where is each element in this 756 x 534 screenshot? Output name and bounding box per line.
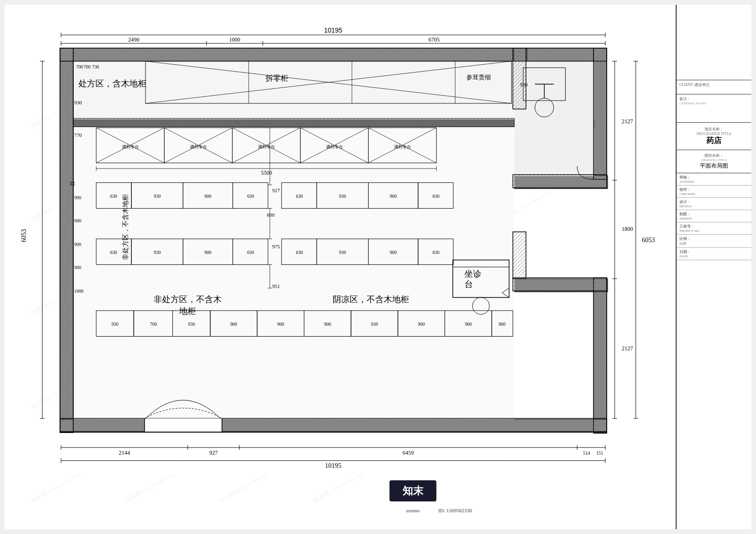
svg-text:930: 930	[339, 250, 346, 255]
svg-text:900: 900	[205, 250, 212, 255]
svg-text:930: 930	[154, 250, 161, 255]
svg-rect-65	[60, 418, 607, 432]
svg-text:900: 900	[74, 218, 81, 223]
svg-text:730: 730	[92, 64, 99, 69]
project-name-section: 项目名称： PROGRAMER TITLE 药店	[677, 123, 751, 150]
svg-text:非处方区，不含木: 非处方区，不含木	[154, 295, 222, 304]
notes-en-label: GENERAL NOTES	[679, 102, 748, 105]
drawing-area: 知末网www.znzmo.com 知末网www.znzmo.com 知末网www…	[5, 5, 676, 529]
svg-text:900: 900	[498, 322, 506, 327]
svg-text:台: 台	[464, 280, 473, 289]
svg-rect-51	[73, 127, 514, 420]
svg-text:900: 900	[324, 322, 331, 327]
svg-text:调剂专台: 调剂专台	[258, 144, 275, 149]
svg-text:930: 930	[371, 322, 378, 327]
svg-text:调剂专台: 调剂专台	[122, 144, 139, 149]
svg-text:700: 700	[150, 322, 157, 327]
notes-section: 备注： GENERAL NOTES	[677, 94, 751, 123]
svg-text:1000: 1000	[74, 288, 84, 294]
svg-text:ID: 1169562330: ID: 1169562330	[438, 508, 472, 513]
design-field: 设计： DESIGN	[677, 198, 751, 210]
svg-rect-64	[513, 278, 607, 291]
svg-text:2144: 2144	[119, 449, 130, 456]
svg-text:坐诊: 坐诊	[464, 269, 481, 279]
svg-text:930: 930	[188, 322, 195, 327]
svg-text:900: 900	[390, 194, 397, 199]
svg-text:630: 630	[432, 250, 439, 255]
svg-text:阴凉区，不含木地柜: 阴凉区，不含木地柜	[333, 295, 409, 304]
svg-text:930: 930	[520, 82, 528, 87]
svg-text:930: 930	[112, 322, 119, 327]
svg-text:514: 514	[583, 450, 590, 456]
svg-text:900: 900	[205, 194, 212, 199]
svg-rect-193	[145, 418, 222, 432]
svg-text:2490: 2490	[128, 36, 139, 43]
svg-text:927: 927	[209, 449, 218, 456]
svg-text:951: 951	[272, 283, 280, 289]
check-field: 校对： CHECKED	[677, 186, 751, 198]
svg-text:10195: 10195	[325, 462, 342, 469]
svg-rect-196	[513, 232, 526, 279]
project-name-cn-label: 项目名称：	[679, 127, 748, 132]
date-field: 日期： DATE	[677, 248, 751, 260]
svg-text:630: 630	[110, 194, 117, 199]
title-block-top-box	[677, 5, 751, 80]
svg-text:900: 900	[74, 242, 81, 247]
project-name-value: 药店	[679, 136, 748, 146]
svg-text:拆零柜: 拆零柜	[265, 74, 288, 82]
svg-text:2127: 2127	[622, 118, 633, 125]
svg-text:调剂专台: 调剂专台	[394, 144, 411, 149]
svg-text:900: 900	[465, 322, 472, 327]
svg-text:6459: 6459	[403, 449, 414, 456]
floor-plan-svg: 知末网www.znzmo.com 知末网www.znzmo.com 知末网www…	[5, 5, 676, 529]
svg-text:900: 900	[230, 322, 237, 327]
svg-text:927: 927	[272, 187, 280, 193]
svg-text:630: 630	[432, 194, 439, 199]
drawing-name-value: 平面布局图	[679, 162, 748, 170]
svg-text:630: 630	[296, 194, 303, 199]
svg-text:6705: 6705	[429, 36, 440, 43]
drawing-name-cn-label: 图纸名称：	[679, 153, 748, 158]
svg-text:930: 930	[154, 194, 161, 199]
svg-text:1800: 1800	[622, 226, 633, 232]
svg-text:目: 目	[69, 181, 75, 186]
svg-rect-62	[513, 175, 607, 188]
svg-text:630: 630	[110, 250, 117, 255]
drawing-name-en-label: DRAWING TITLE	[679, 158, 748, 162]
svg-rect-63	[593, 278, 607, 432]
svg-text:930: 930	[339, 194, 346, 199]
svg-text:151: 151	[596, 450, 603, 456]
title-block-fields: 审核： AUDITED 校对： CHECKED 设计： DESIGN 制图： D…	[677, 173, 751, 529]
svg-text:630: 630	[247, 250, 254, 255]
svg-rect-60	[593, 48, 607, 179]
project-no-field: 工程号： PROJECT NO.	[677, 222, 751, 235]
svg-text:调剂专台: 调剂专台	[190, 144, 207, 149]
scale-field: 比例： 比例	[677, 235, 751, 248]
client-section: CLIENT: 建设单位	[677, 80, 751, 94]
project-name-en-label: PROGRAMER TITLE	[679, 132, 748, 136]
svg-text:知末: 知末	[402, 485, 424, 497]
drawing-name-section: 图纸名称： DRAWING TITLE 平面布局图	[677, 150, 751, 173]
svg-text:6053: 6053	[20, 229, 27, 242]
svg-text:900: 900	[277, 322, 284, 327]
svg-text:6053: 6053	[642, 237, 655, 244]
client-label: CLIENT: 建设单位	[679, 82, 748, 87]
svg-text:900: 900	[418, 322, 425, 327]
svg-text:处方区，含木地柜: 处方区，含木地柜	[78, 79, 146, 88]
svg-text:700: 700	[76, 64, 83, 69]
svg-rect-66	[73, 119, 514, 127]
svg-text:1000: 1000	[229, 36, 241, 43]
title-block: CLIENT: 建设单位 备注： GENERAL NOTES 项目名称： PRO…	[676, 5, 751, 529]
svg-text:770: 770	[74, 132, 82, 138]
svg-text:znzmo: znzmo	[406, 508, 420, 513]
svg-text:非处方区，不含木地柜: 非处方区，不含木地柜	[122, 194, 129, 260]
svg-text:5500: 5500	[261, 170, 272, 176]
svg-text:630: 630	[247, 194, 254, 199]
audit-field: 审核： AUDITED	[677, 173, 751, 186]
svg-text:地柜: 地柜	[179, 306, 196, 316]
svg-text:10195: 10195	[324, 26, 343, 34]
svg-rect-57	[60, 48, 73, 432]
draw-field: 制图： DRAWN	[677, 210, 751, 222]
svg-text:调剂专台: 调剂专台	[326, 144, 343, 149]
svg-text:930: 930	[74, 100, 82, 105]
